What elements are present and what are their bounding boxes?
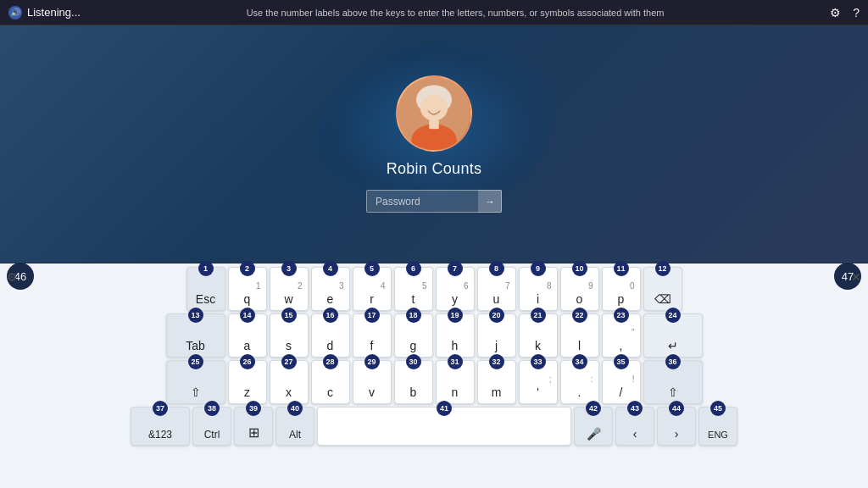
svg-rect-4 [429,119,438,129]
key-e[interactable]: 4 3 e [311,267,350,311]
key-comma[interactable]: 23 " , [602,313,641,358]
key-b[interactable]: 30 b [394,360,433,404]
key-z[interactable]: 26 z [228,360,267,404]
key-microphone[interactable]: 42 🎤 [574,407,613,446]
key-period[interactable]: 34 : . [560,360,599,404]
avatar [396,75,472,152]
hint-text: Use the number labels above the keys to … [81,8,830,18]
key-s[interactable]: 15 s [270,313,309,358]
key-v[interactable]: 29 v [353,360,392,404]
key-t[interactable]: 6 5 t [394,267,433,311]
top-bar: 🔊 Listening... Use the number labels abo… [0,0,868,25]
key-slash[interactable]: 35 ! / [602,360,641,404]
avatar-container [396,75,472,152]
key-esc[interactable]: 1 Esc [186,267,225,311]
key-c[interactable]: 28 c [311,360,350,404]
keyboard-bottom-row: 37 &123 38 Ctrl 39 ⊞ 40 Alt 41 42 🎤 43 ‹… [7,407,861,446]
key-o[interactable]: 10 9 o [560,267,599,311]
key-space[interactable]: 41 [317,407,571,446]
key-j[interactable]: 20 j [477,313,516,358]
key-y[interactable]: 7 6 y [436,267,475,311]
key-k[interactable]: 21 k [519,313,558,358]
svg-point-2 [420,95,448,121]
key-r[interactable]: 5 4 r [353,267,392,311]
keyboard-settings-icon[interactable]: ⚙ [7,270,18,284]
key-a[interactable]: 14 a [228,313,267,358]
key-h[interactable]: 19 h [436,313,475,358]
submit-button[interactable]: → [478,190,502,213]
keyboard-row-3: 25 ⇧ 26 z 27 x 28 c 29 v 30 b 31 n 32 m [7,360,861,404]
status-area: 🔊 Listening... [8,6,81,19]
key-d[interactable]: 16 d [311,313,350,358]
key-language[interactable]: 45 ENG [698,407,737,446]
username-label: Robin Counts [387,160,482,178]
key-w[interactable]: 3 2 w [270,267,309,311]
key-i[interactable]: 9 8 i [519,267,558,311]
key-g[interactable]: 18 g [394,313,433,358]
key-q[interactable]: 2 1 q [228,267,267,311]
mic-icon: 🔊 [8,6,22,19]
key-m[interactable]: 32 m [477,360,516,404]
key-shift-left[interactable]: 25 ⇧ [166,360,225,404]
keyboard-close-button[interactable]: ✕ [851,270,861,284]
keyboard-row-2: 13 Tab 14 a 15 s 16 d 17 f 18 g 19 h 20 [7,313,861,358]
key-alt[interactable]: 40 Alt [275,407,314,446]
key-right-arrow[interactable]: 44 › [657,407,696,446]
key-ctrl[interactable]: 38 Ctrl [192,407,231,446]
key-tab[interactable]: 13 Tab [166,313,225,358]
key-left-arrow[interactable]: 43 ‹ [615,407,654,446]
key-l[interactable]: 22 l [560,313,599,358]
key-shift-right[interactable]: 36 ⇧ [643,360,703,404]
key-symbol[interactable]: 37 &123 [131,407,190,446]
lockscreen: Robin Counts → [0,25,868,263]
key-apostrophe[interactable]: 33 ; ' [519,360,558,404]
key-p[interactable]: 11 0 p [602,267,641,311]
keyboard: ⚙ ✕ 1 Esc 2 1 q 3 2 w 4 3 e 5 4 r 6 5 [0,263,868,488]
help-icon[interactable]: ? [853,6,860,19]
settings-icon[interactable]: ⚙ [830,6,841,19]
key-f[interactable]: 17 f [353,313,392,358]
key-backspace[interactable]: 12 ⌫ [643,267,682,311]
key-n[interactable]: 31 n [436,360,475,404]
status-label: Listening... [27,6,81,19]
password-field: → [366,190,502,213]
key-windows[interactable]: 39 ⊞ [234,407,273,446]
key-u[interactable]: 8 7 u [477,267,516,311]
keyboard-row-1: 1 Esc 2 1 q 3 2 w 4 3 e 5 4 r 6 5 t 7 [7,267,861,311]
key-enter[interactable]: 24 ↵ [643,313,703,358]
topbar-actions: ⚙ ? [830,6,860,19]
key-x[interactable]: 27 x [270,360,309,404]
